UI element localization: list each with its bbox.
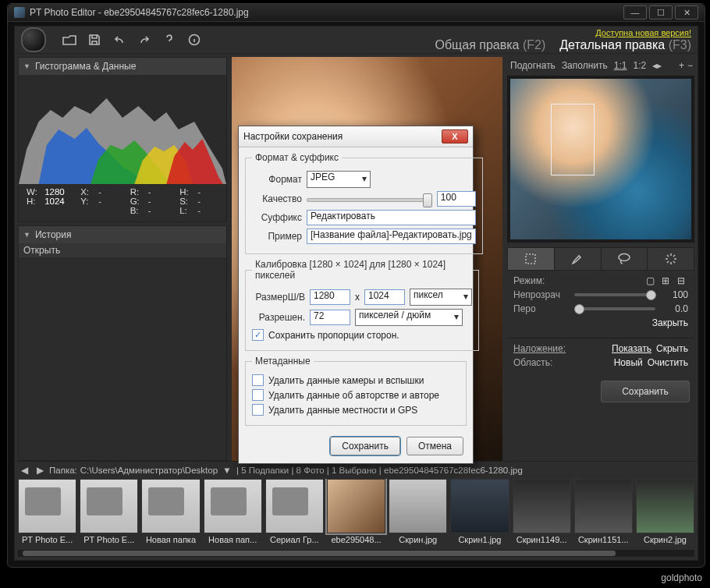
zoom-1to2[interactable]: 1:2 — [631, 60, 648, 71]
tab-general-edit[interactable]: Общая правка (F2) — [435, 38, 545, 52]
image-thumb[interactable] — [574, 479, 633, 533]
mode-add-icon[interactable]: ⊞ — [662, 275, 673, 286]
path-next-icon[interactable]: ▶ — [34, 464, 46, 476]
region-clear[interactable]: Очистить — [648, 357, 688, 368]
quality-slider[interactable] — [307, 192, 432, 206]
resolution-input[interactable]: 72 — [310, 310, 350, 325]
histogram-header[interactable]: Гистограмма & Данные — [19, 58, 226, 75]
navigator-thumb[interactable] — [507, 76, 694, 243]
overlay-hide[interactable]: Скрыть — [656, 343, 688, 354]
filmstrip-item[interactable]: Скрин.jpg — [389, 479, 447, 548]
zoom-in-icon[interactable]: + — [679, 60, 684, 71]
filmstrip-item[interactable]: PT Photo E... — [18, 479, 76, 548]
folder-icon[interactable] — [18, 479, 76, 533]
quality-input[interactable]: 100 — [437, 191, 476, 207]
filmstrip-item[interactable]: Скрин1151... — [574, 479, 633, 548]
open-icon[interactable] — [62, 33, 77, 47]
folder-icon[interactable] — [204, 479, 262, 533]
mode-label: Режим: — [513, 275, 545, 286]
dialog-close-button[interactable]: X — [442, 129, 468, 143]
navigator-selection[interactable] — [551, 104, 595, 175]
filmstrip-item[interactable]: Сериал Гр... — [265, 479, 324, 548]
size-unit-select[interactable]: пиксел — [410, 289, 472, 306]
filmstrip-item[interactable]: Скрин2.jpg — [636, 479, 694, 548]
filmstrip[interactable]: PT Photo E...PT Photo E...Новая папкаНов… — [18, 479, 694, 548]
feather-slider[interactable] — [574, 307, 655, 310]
filmstrip-label: Сериал Гр... — [265, 533, 324, 548]
folder-icon[interactable] — [265, 479, 324, 533]
path-prev-icon[interactable]: ◀ — [18, 464, 30, 476]
zoom-dropdown-icon[interactable]: ◂▸ — [651, 60, 663, 71]
dialog-cancel-button[interactable]: Отмена — [406, 437, 463, 455]
image-thumb[interactable] — [513, 479, 571, 533]
path-folder[interactable]: C:\Users\Администратор\Desktop — [80, 466, 218, 475]
meta-gps-checkbox[interactable] — [252, 404, 264, 416]
wand-icon[interactable] — [648, 248, 694, 270]
minimize-button[interactable]: — — [623, 5, 647, 19]
width-input[interactable]: 1280 — [310, 289, 350, 305]
folder-icon[interactable] — [141, 479, 200, 533]
redo-icon[interactable] — [137, 33, 152, 47]
tab-detail-edit[interactable]: Детальная правка (F3) — [559, 38, 691, 52]
image-thumb[interactable] — [389, 479, 447, 533]
fit-button[interactable]: Подогнать — [509, 60, 557, 71]
folder-icon[interactable] — [80, 479, 138, 533]
image-thumb[interactable] — [450, 479, 509, 533]
save-button[interactable]: Сохранить — [601, 381, 690, 402]
format-fieldset: Формат & суффикс Формат JPEG Качество 10… — [245, 152, 483, 254]
opacity-label: Непрозрач — [513, 289, 570, 300]
opacity-slider[interactable] — [574, 293, 655, 296]
undo-icon[interactable] — [112, 33, 127, 47]
fill-button[interactable]: Заполнить — [560, 60, 609, 71]
filmstrip-item[interactable]: Новая папка — [141, 479, 200, 548]
dialog-save-button[interactable]: Сохранить — [330, 437, 400, 455]
image-thumb[interactable] — [327, 479, 385, 533]
tool-ribbon — [507, 247, 694, 271]
resolution-label: Разрешен. — [252, 312, 305, 323]
brush-icon[interactable] — [555, 248, 602, 270]
save-icon[interactable] — [87, 33, 102, 47]
help-icon[interactable] — [162, 33, 177, 47]
zoom-1to1[interactable]: 1:1 — [612, 60, 629, 71]
left-panel: Гистограмма & Данные — [18, 57, 227, 461]
right-panel: Подогнать Заполнить 1:1 1:2 ◂▸ + − — [507, 57, 694, 461]
maximize-button[interactable]: ☐ — [649, 5, 673, 19]
region-new[interactable]: Новый — [614, 357, 643, 368]
filmstrip-item[interactable]: Скрин1149... — [513, 479, 571, 548]
format-select[interactable]: JPEG — [307, 171, 371, 188]
mode-sub-icon[interactable]: ⊟ — [677, 275, 688, 286]
history-header[interactable]: История — [19, 226, 226, 243]
filmstrip-item[interactable]: PT Photo E... — [80, 479, 138, 548]
keep-ratio-checkbox[interactable]: ✓ — [252, 329, 264, 341]
suffix-input[interactable]: Редактировать — [307, 210, 476, 225]
filmstrip-item[interactable]: Скрин1.jpg — [450, 479, 509, 548]
close-link[interactable]: Закрыть — [652, 317, 688, 328]
zoom-out-icon[interactable]: − — [687, 60, 693, 71]
select-rect-icon[interactable] — [508, 248, 555, 270]
filmstrip-scrollbar[interactable] — [18, 550, 694, 557]
dialog-titlebar[interactable]: Настройки сохранения X — [239, 126, 473, 147]
meta-author-checkbox[interactable] — [252, 389, 264, 401]
save-settings-dialog: Настройки сохранения X Формат & суффикс … — [238, 126, 474, 464]
path-dropdown-icon[interactable]: ▼ — [221, 464, 233, 476]
format-label: Формат — [252, 174, 302, 185]
histogram-data: W:1280 X:- R:- H:- H:1024 Y:- G:- S:- — [19, 184, 226, 221]
meta-author-label: Удалить данные об авторстве и авторе — [268, 390, 439, 401]
meta-camera-checkbox[interactable] — [252, 374, 264, 386]
new-version-link[interactable]: Доступна новая версия! — [595, 28, 691, 37]
filmstrip-label: Скрин1149... — [513, 533, 571, 548]
history-item[interactable]: Открыть — [19, 243, 226, 258]
lasso-icon[interactable] — [602, 248, 648, 270]
history-list: Открыть — [19, 243, 226, 446]
titlebar[interactable]: PT Photo Editor - ebe29504845767c28fec6-… — [8, 4, 705, 22]
resolution-unit-select[interactable]: пикселей / дюйм — [355, 309, 463, 326]
close-button[interactable]: ✕ — [675, 5, 698, 19]
image-thumb[interactable] — [636, 479, 694, 533]
filmstrip-item[interactable]: Новая пап... — [204, 479, 262, 548]
filmstrip-item[interactable]: ebe295048... — [327, 479, 385, 548]
dialog-title: Настройки сохранения — [243, 131, 442, 142]
overlay-show[interactable]: Показать — [612, 343, 651, 354]
mode-single-icon[interactable]: ▢ — [646, 275, 657, 286]
height-input[interactable]: 1024 — [364, 289, 405, 305]
info-icon[interactable] — [186, 33, 202, 47]
